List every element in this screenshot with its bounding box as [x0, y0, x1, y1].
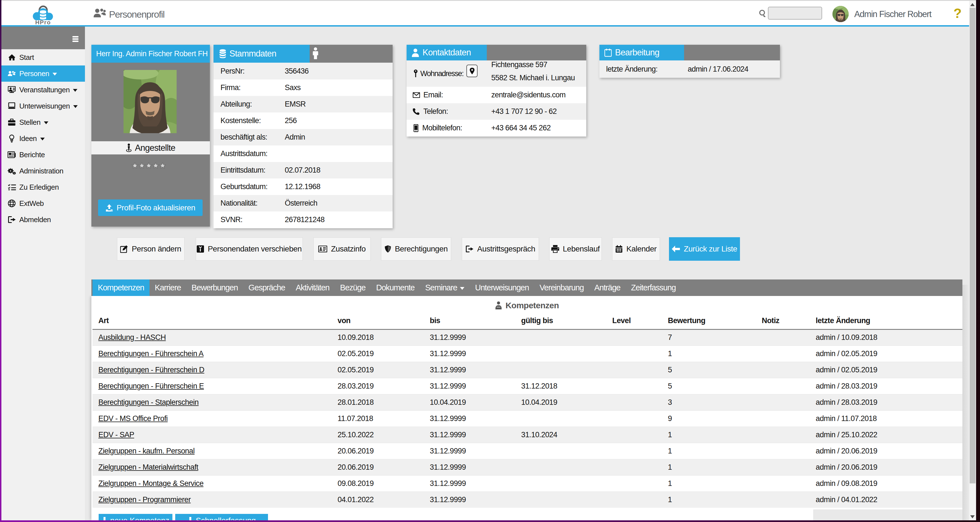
svg-text:HPro: HPro	[35, 19, 51, 26]
